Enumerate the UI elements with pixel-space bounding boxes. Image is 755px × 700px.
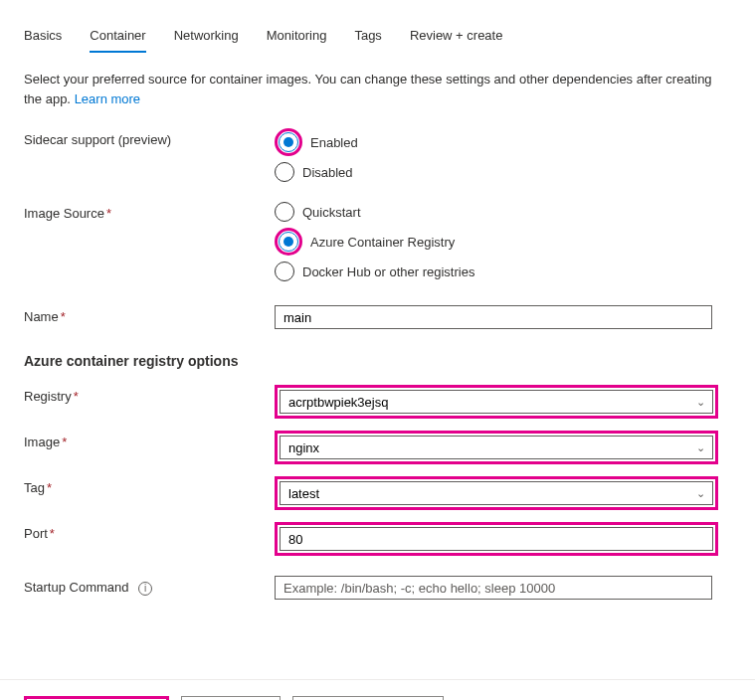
info-icon[interactable]: i <box>138 582 152 596</box>
sidecar-enabled-radio[interactable]: Enabled <box>275 128 731 156</box>
sidecar-disabled-label: Disabled <box>302 165 353 180</box>
acr-label: Azure Container Registry <box>310 235 455 250</box>
image-label: Image* <box>24 431 275 449</box>
footer-bar: Review + create < Previous Next : Networ… <box>0 679 755 700</box>
tag-label: Tag* <box>24 476 275 495</box>
tab-tags[interactable]: Tags <box>354 20 381 53</box>
next-button[interactable]: Next : Networking > <box>292 696 444 700</box>
image-source-acr-radio[interactable]: Azure Container Registry <box>275 228 731 256</box>
image-source-label: Image Source* <box>24 202 275 221</box>
tab-networking[interactable]: Networking <box>174 20 239 53</box>
image-source-docker-radio[interactable]: Docker Hub or other registries <box>275 262 731 281</box>
tab-review[interactable]: Review + create <box>410 20 503 53</box>
previous-button[interactable]: < Previous <box>181 696 281 700</box>
sidecar-disabled-radio[interactable]: Disabled <box>275 162 731 182</box>
sidecar-radio-group: Enabled Disabled <box>275 128 731 182</box>
sidecar-enabled-label: Enabled <box>310 135 358 150</box>
quickstart-label: Quickstart <box>302 205 361 220</box>
tab-bar: Basics Container Networking Monitoring T… <box>0 0 755 54</box>
sidecar-label: Sidecar support (preview) <box>24 128 275 147</box>
port-input[interactable] <box>280 527 713 551</box>
tab-basics[interactable]: Basics <box>24 20 62 53</box>
learn-more-link[interactable]: Learn more <box>75 91 140 106</box>
tag-select[interactable] <box>280 481 713 505</box>
form-content: Select your preferred source for contain… <box>0 54 755 639</box>
description-text: Select your preferred source for contain… <box>24 70 731 108</box>
port-label: Port* <box>24 522 275 541</box>
name-label: Name* <box>24 305 275 324</box>
registry-label: Registry* <box>24 385 275 404</box>
docker-label: Docker Hub or other registries <box>302 264 474 279</box>
tab-container[interactable]: Container <box>90 20 145 53</box>
startup-input[interactable] <box>275 576 712 600</box>
registry-select[interactable] <box>280 390 713 414</box>
acr-options-heading: Azure container registry options <box>24 353 731 369</box>
image-select[interactable] <box>280 436 713 459</box>
name-input[interactable] <box>275 305 712 329</box>
tab-monitoring[interactable]: Monitoring <box>267 20 327 53</box>
startup-label: Startup Command i <box>24 576 275 596</box>
image-source-radio-group: Quickstart Azure Container Registry Dock… <box>275 202 731 281</box>
image-source-quickstart-radio[interactable]: Quickstart <box>275 202 731 222</box>
